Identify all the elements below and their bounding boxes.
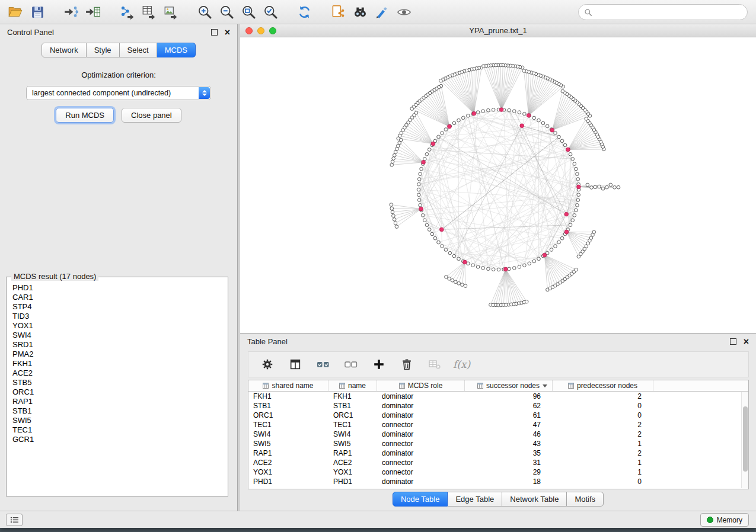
minimize-window-icon[interactable]: [257, 27, 264, 34]
search-network-button[interactable]: [350, 2, 369, 21]
table-row[interactable]: YOX1YOX1connector291: [248, 467, 748, 477]
zoom-selected-button[interactable]: [261, 2, 280, 21]
table-row[interactable]: ORC1ORC1dominator610: [248, 411, 748, 420]
result-item[interactable]: RAP1: [12, 397, 228, 406]
node-table-header: shared namenameMCDS rolesuccessor nodesp…: [248, 380, 748, 392]
result-item[interactable]: ORC1: [12, 387, 228, 397]
table-row[interactable]: RAP1RAP1dominator352: [248, 448, 748, 458]
table-cell: dominator: [377, 448, 465, 458]
network-titlebar[interactable]: YPA_prune.txt_1: [240, 24, 756, 37]
import-table-button[interactable]: [84, 2, 103, 21]
status-bar: Memory: [0, 511, 756, 528]
save-session-button[interactable]: [28, 2, 47, 21]
result-item[interactable]: SWI5: [12, 416, 228, 425]
table-scrollbar[interactable]: [741, 392, 748, 488]
zoom-out-button[interactable]: [217, 2, 236, 21]
tab-mcds[interactable]: MCDS: [157, 43, 196, 57]
close-panel-icon[interactable]: ×: [744, 337, 749, 347]
deselect-all-button[interactable]: [342, 355, 361, 374]
result-item[interactable]: GCR1: [12, 435, 228, 444]
table-row[interactable]: PHD1PHD1dominator180: [248, 477, 748, 486]
tab-style[interactable]: Style: [87, 43, 120, 57]
export-network-button[interactable]: [117, 2, 136, 21]
float-window-icon[interactable]: [730, 338, 736, 345]
table-cell: 47: [465, 420, 553, 430]
plus-icon: [372, 358, 385, 371]
table-row[interactable]: STB1STB1dominator620: [248, 401, 748, 411]
tab-edge-table[interactable]: Edge Table: [448, 492, 502, 507]
column-header-predecessor-nodes[interactable]: predecessor nodes: [553, 380, 653, 391]
app-window: Control Panel × Network Style Select MCD…: [0, 0, 756, 528]
table-row[interactable]: SWI4SWI4dominator462: [248, 430, 748, 439]
memory-button[interactable]: Memory: [700, 513, 749, 527]
table-row[interactable]: FKH1FKH1dominator962: [248, 392, 748, 401]
tab-select[interactable]: Select: [120, 43, 157, 57]
add-row-button[interactable]: [369, 355, 388, 374]
node-table[interactable]: shared namenameMCDS rolesuccessor nodesp…: [248, 380, 749, 489]
delete-table-button[interactable]: [425, 355, 444, 374]
column-header-name[interactable]: name: [328, 380, 377, 391]
column-header-successor-nodes[interactable]: successor nodes: [465, 380, 553, 391]
function-builder-button[interactable]: f(x): [453, 358, 470, 370]
refresh-layout-button[interactable]: [295, 2, 314, 21]
open-file-button[interactable]: [6, 2, 25, 21]
search-input[interactable]: [595, 8, 747, 17]
result-item[interactable]: SWI4: [12, 331, 228, 340]
export-image-button[interactable]: [161, 2, 180, 21]
window-controls: [245, 27, 276, 34]
close-panel-button[interactable]: Close panel: [122, 108, 181, 123]
tab-node-table[interactable]: Node Table: [393, 492, 448, 507]
share-network-button[interactable]: [328, 2, 347, 21]
table-cell: connector: [377, 420, 465, 430]
result-item[interactable]: TEC1: [12, 425, 228, 435]
zoom-in-button[interactable]: [195, 2, 214, 21]
result-item[interactable]: FKH1: [12, 359, 228, 368]
global-search[interactable]: [578, 4, 748, 20]
result-item[interactable]: CAR1: [12, 293, 228, 302]
scrollbar-thumb[interactable]: [743, 406, 748, 472]
table-cell: 2: [553, 448, 653, 458]
zoom-fit-icon: [241, 4, 257, 20]
sort-descending-icon: [543, 384, 547, 387]
annotate-button[interactable]: [372, 2, 391, 21]
network-graph[interactable]: [240, 37, 756, 333]
table-row[interactable]: TEC1TEC1connector472: [248, 420, 748, 430]
table-cell: 35: [465, 448, 553, 458]
optimization-criterion-dropdown[interactable]: largest connected component (undirected): [26, 86, 211, 100]
table-settings-button[interactable]: [258, 355, 277, 374]
column-header-shared-name[interactable]: shared name: [248, 380, 328, 391]
delete-row-button[interactable]: [397, 355, 416, 374]
result-item[interactable]: SRD1: [12, 340, 228, 350]
result-item[interactable]: STB1: [12, 406, 228, 416]
tab-motifs[interactable]: Motifs: [567, 492, 604, 507]
table-row[interactable]: ACE2ACE2connector311: [248, 458, 748, 467]
import-network-button[interactable]: [62, 2, 81, 21]
table-cell: 62: [465, 401, 553, 411]
show-hide-button[interactable]: [394, 2, 413, 21]
column-header-MCDS-role[interactable]: MCDS role: [377, 380, 465, 391]
close-window-icon[interactable]: [245, 27, 253, 34]
dropdown-stepper-icon: [199, 87, 210, 99]
show-panel-button[interactable]: [6, 514, 23, 526]
table-cell: SWI5: [328, 439, 377, 448]
result-item[interactable]: STP4: [12, 302, 228, 312]
zoom-window-icon[interactable]: [269, 27, 276, 34]
result-item[interactable]: ACE2: [12, 368, 228, 378]
table-row[interactable]: SWI5SWI5connector431: [248, 439, 748, 448]
export-table-button[interactable]: [139, 2, 158, 21]
result-item[interactable]: TID3: [12, 312, 228, 321]
show-column-button[interactable]: [286, 355, 305, 374]
result-item[interactable]: PHD1: [12, 283, 228, 293]
result-item[interactable]: YOX1: [12, 321, 228, 331]
run-mcds-button[interactable]: Run MCDS: [56, 108, 114, 123]
tab-network-table[interactable]: Network Table: [502, 492, 567, 507]
result-item[interactable]: STB5: [12, 378, 228, 387]
select-all-button[interactable]: [314, 355, 333, 374]
table-cell: SWI4: [328, 430, 377, 439]
table-cell: ORC1: [248, 411, 328, 420]
result-item[interactable]: PMA2: [12, 350, 228, 359]
zoom-fit-button[interactable]: [239, 2, 258, 21]
tab-network[interactable]: Network: [42, 43, 87, 57]
float-window-icon[interactable]: [211, 29, 218, 36]
close-panel-icon[interactable]: ×: [225, 28, 230, 37]
